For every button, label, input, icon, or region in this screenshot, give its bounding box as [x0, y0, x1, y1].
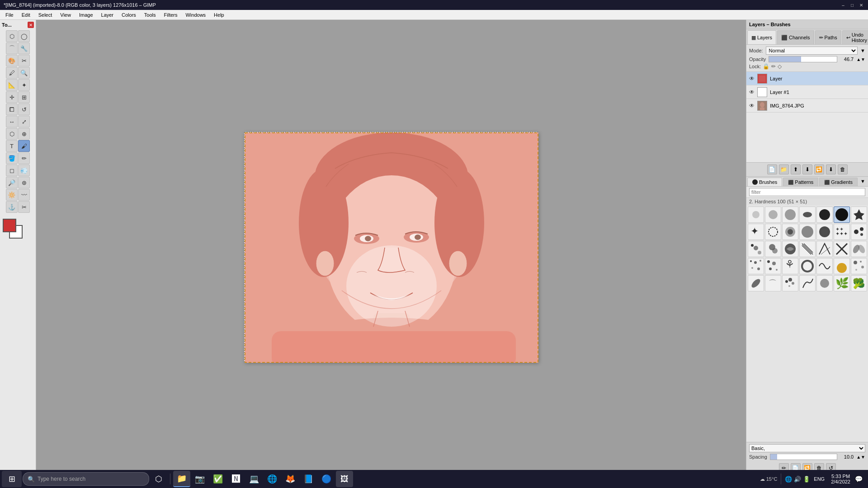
tool-move[interactable]: ✛ — [6, 91, 18, 103]
brush-item-17[interactable] — [782, 241, 798, 257]
taskbar-weather[interactable]: ☁ 15°C — [760, 476, 778, 482]
tool-pencil[interactable]: ✏ — [18, 152, 30, 164]
brush-filter-input[interactable] — [749, 188, 865, 196]
start-button[interactable]: ⊞ — [2, 471, 22, 487]
brush-item-26[interactable] — [816, 258, 833, 274]
tab-patterns[interactable]: ⬛ Patterns — [783, 178, 818, 186]
tool-paint[interactable]: 🖌 — [18, 140, 30, 152]
taskbar-app-notion[interactable]: 🅽 — [227, 471, 245, 487]
taskbar-app-firefox[interactable]: 🦊 — [282, 471, 299, 487]
taskbar-app-chrome[interactable]: 🌐 — [264, 471, 281, 487]
brush-category-select[interactable]: Basic, — [749, 444, 865, 452]
tool-transform[interactable]: ⊕ — [18, 128, 30, 140]
taskbar-network-icon[interactable]: 🌐 — [785, 476, 792, 483]
menu-filters[interactable]: Filters — [160, 11, 181, 19]
tool-heal[interactable]: ⊛ — [18, 177, 30, 188]
tab-brushes[interactable]: Brushes — [747, 178, 782, 186]
duplicate-layer-button[interactable]: 🔁 — [814, 164, 824, 174]
tab-undo-history[interactable]: ↩ Undo History — [842, 30, 868, 44]
close-button[interactable]: ✕ — [858, 2, 864, 8]
tool-paths[interactable]: ✂ — [18, 55, 30, 66]
layer-item-0[interactable]: 👁 Layer — [746, 72, 868, 85]
taskbar-language[interactable]: ENG — [812, 476, 826, 482]
tab-gradients[interactable]: ⬛ Gradients — [819, 178, 858, 186]
tool-crop[interactable]: ⧠ — [6, 103, 18, 115]
menu-tools[interactable]: Tools — [141, 11, 160, 19]
menu-image[interactable]: Image — [75, 11, 97, 19]
brush-item-18[interactable] — [799, 241, 816, 257]
delete-layer-button[interactable]: 🗑 — [838, 164, 848, 174]
tool-align[interactable]: ⊞ — [18, 91, 30, 103]
brush-item-3[interactable] — [782, 206, 798, 223]
layer-item-1[interactable]: 👁 Layer #1 — [746, 85, 868, 99]
layer-visibility-0[interactable]: 👁 — [749, 75, 755, 82]
tool-fuzzy-select[interactable]: 🔧 — [18, 42, 30, 54]
taskbar-app-snip[interactable]: 📷 — [191, 471, 208, 487]
merge-layer-button[interactable]: ⬇ — [826, 164, 836, 174]
tool-lasso[interactable]: ⌒ — [6, 42, 18, 54]
tab-layers[interactable]: ▦ Layers — [747, 30, 776, 44]
brush-item-33[interactable] — [816, 275, 833, 291]
tool-dodge[interactable]: 🔆 — [6, 189, 18, 201]
tool-scissors[interactable]: ✂ — [18, 201, 30, 213]
tool-eraser[interactable]: ◻ — [6, 164, 18, 176]
brush-item-30[interactable]: ⌒ — [765, 275, 781, 291]
tab-paths[interactable]: ✏ Paths — [815, 30, 841, 44]
tool-color-picker[interactable]: 🖊 — [6, 67, 18, 79]
taskbar-app-teams[interactable]: 🔵 — [318, 471, 335, 487]
brush-item-5[interactable] — [816, 206, 833, 223]
layer-visibility-2[interactable]: 👁 — [749, 103, 755, 109]
minimize-button[interactable]: – — [840, 2, 846, 8]
menu-windows[interactable]: Windows — [182, 11, 209, 19]
lock-paint-icon[interactable]: ✏ — [771, 63, 776, 70]
taskbar-app-gimp[interactable]: 🖼 — [336, 471, 353, 487]
spacing-stepper[interactable]: ▲▼ — [856, 455, 865, 460]
taskbar-app-explorer[interactable]: 📁 — [173, 471, 190, 487]
brush-item-15[interactable] — [748, 241, 764, 257]
brush-item-27[interactable] — [834, 258, 850, 274]
brush-item-2[interactable] — [765, 206, 781, 223]
taskbar-app-store[interactable]: 💻 — [245, 471, 263, 487]
tool-shear[interactable]: ⤢ — [18, 116, 30, 127]
tool-perspective[interactable]: ⬡ — [6, 128, 18, 140]
lock-alpha-icon[interactable]: ◇ — [778, 63, 782, 70]
opacity-stepper[interactable]: ▲▼ — [856, 57, 865, 62]
brush-item-31[interactable] — [782, 275, 798, 291]
menu-view[interactable]: View — [57, 11, 75, 19]
tool-airbrush[interactable]: 💨 — [18, 164, 30, 176]
brush-item-11[interactable] — [799, 224, 816, 240]
tool-ellipse-select[interactable]: ◯ — [18, 30, 30, 42]
layer-visibility-1[interactable]: 👁 — [749, 89, 755, 95]
raise-layer-button[interactable]: ⬆ — [791, 164, 801, 174]
taskbar-app-edge[interactable]: 📘 — [300, 471, 317, 487]
new-layer-button[interactable]: 📄 — [767, 164, 777, 174]
menu-help[interactable]: Help — [210, 11, 228, 19]
tool-gegl[interactable]: ✦ — [18, 79, 30, 91]
brush-item-21[interactable] — [851, 241, 867, 257]
brush-item-1[interactable] — [748, 206, 764, 223]
brush-item-4[interactable] — [799, 206, 816, 223]
brush-item-14[interactable] — [851, 224, 867, 240]
tool-bucket[interactable]: 🪣 — [6, 152, 18, 164]
brush-item-16[interactable] — [765, 241, 781, 257]
tool-free-select[interactable]: ⬡ — [6, 30, 18, 42]
taskbar-battery-icon[interactable]: 🔋 — [803, 476, 810, 483]
layer-item-2[interactable]: 👁 IMG_8764.JPG — [746, 99, 868, 113]
menu-edit[interactable]: Edit — [18, 11, 34, 19]
spacing-slider[interactable] — [770, 454, 837, 460]
brush-item-13[interactable]: ✦✦✦✦✦ — [834, 224, 850, 240]
brush-item-9[interactable] — [765, 224, 781, 240]
lower-layer-button[interactable]: ⬇ — [802, 164, 812, 174]
brush-item-8[interactable]: ✦ — [748, 224, 764, 240]
tool-puppet[interactable]: ⚓ — [6, 201, 18, 213]
tool-clone[interactable]: 🔎 — [6, 177, 18, 188]
tab-channels[interactable]: ⬛ Channels — [777, 30, 814, 44]
brush-item-22[interactable] — [748, 258, 764, 274]
tool-rotate[interactable]: ↺ — [18, 103, 30, 115]
toolbox-close[interactable]: ✕ — [28, 22, 34, 28]
taskbar-app-todo[interactable]: ✅ — [209, 471, 226, 487]
tool-colorize[interactable]: 🎨 — [6, 55, 18, 66]
tool-text[interactable]: T — [6, 140, 18, 152]
brush-item-19[interactable] — [816, 241, 833, 257]
taskbar-volume-icon[interactable]: 🔊 — [794, 476, 801, 483]
